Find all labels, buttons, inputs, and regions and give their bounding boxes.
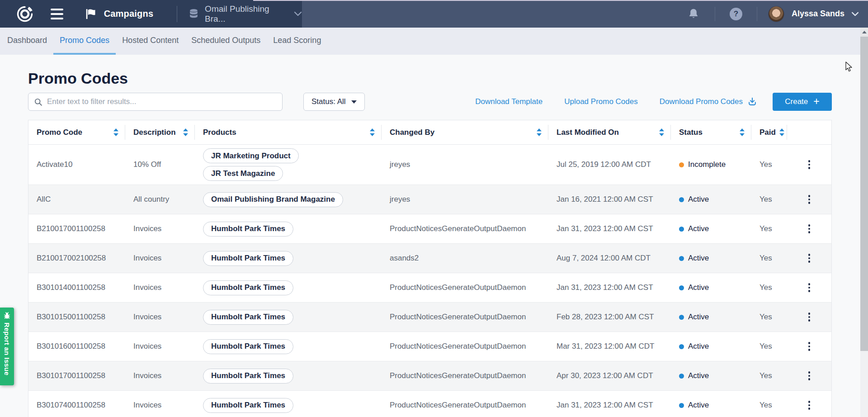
status-dot-icon bbox=[679, 197, 684, 202]
row-actions-kebab-icon[interactable] bbox=[803, 370, 816, 382]
row-actions-kebab-icon[interactable] bbox=[803, 281, 816, 294]
tab-dashboard[interactable]: Dashboard bbox=[1, 28, 53, 55]
status-label: Active bbox=[688, 224, 709, 233]
product-pill: JR Marketing Product bbox=[203, 148, 299, 163]
changed-by-cell: asands2 bbox=[382, 244, 548, 273]
products-cell: Humbolt Park Times bbox=[195, 391, 382, 417]
column-header-status[interactable]: Status bbox=[671, 120, 751, 144]
column-label: Status bbox=[679, 128, 703, 137]
report-an-issue-button[interactable]: Report an Issue bbox=[0, 308, 14, 385]
product-pill: Humbolt Park Times bbox=[203, 280, 293, 295]
column-header-last-modified-on[interactable]: Last Modified On bbox=[548, 120, 671, 144]
row-actions-kebab-icon[interactable] bbox=[803, 252, 816, 265]
description-cell: Invoices bbox=[125, 391, 195, 417]
products-cell: Humbolt Park Times bbox=[195, 332, 382, 361]
status-cell: Active bbox=[671, 185, 751, 214]
status-label: Active bbox=[688, 401, 709, 410]
column-header-changed-by[interactable]: Changed By bbox=[382, 120, 548, 144]
menu-icon[interactable] bbox=[51, 9, 63, 19]
navbar-divider bbox=[177, 6, 177, 22]
description-cell: Invoices bbox=[125, 332, 195, 361]
sort-icon[interactable] bbox=[779, 128, 784, 136]
products-cell: Humbolt Park Times bbox=[195, 244, 382, 273]
products-cell: Humbolt Park Times bbox=[195, 214, 382, 243]
paid-cell: Yes bbox=[751, 361, 787, 390]
column-label: Promo Code bbox=[37, 128, 82, 137]
status-label: Active bbox=[688, 371, 709, 380]
status-dot-icon bbox=[679, 374, 684, 379]
changed-by-cell: jreyes bbox=[382, 185, 548, 214]
table-header: Promo CodeDescriptionProductsChanged ByL… bbox=[28, 120, 831, 145]
table-row: B301015001100258InvoicesHumbolt Park Tim… bbox=[28, 302, 831, 332]
changed-by-cell: jreyes bbox=[382, 145, 548, 185]
table-row: B210017001100258InvoicesHumbolt Park Tim… bbox=[28, 214, 831, 243]
row-actions-kebab-icon[interactable] bbox=[803, 193, 816, 206]
table-row: B301074001100258InvoicesHumbolt Park Tim… bbox=[28, 390, 831, 417]
status-filter-label: Status: All bbox=[311, 97, 346, 106]
paid-cell: Yes bbox=[751, 273, 787, 302]
promo-code-cell: B301014001100258 bbox=[28, 273, 125, 302]
paid-cell: Yes bbox=[751, 244, 787, 273]
sort-icon[interactable] bbox=[740, 128, 745, 136]
promo-code-cell: B210017002100258 bbox=[28, 244, 125, 273]
row-actions-kebab-icon[interactable] bbox=[803, 399, 816, 412]
column-header-description[interactable]: Description bbox=[125, 120, 195, 144]
tab-lead-scoring[interactable]: Lead Scoring bbox=[267, 28, 327, 55]
actions-cell bbox=[787, 391, 831, 417]
column-header-promo-code[interactable]: Promo Code bbox=[28, 120, 125, 144]
tab-promo-codes[interactable]: Promo Codes bbox=[53, 28, 116, 55]
products-cell: Humbolt Park Times bbox=[195, 273, 382, 302]
last-modified-cell: Apr 30, 2023 12:00 AM CDT bbox=[548, 361, 671, 390]
sort-icon[interactable] bbox=[183, 128, 188, 136]
products-cell: Humbolt Park Times bbox=[195, 303, 382, 332]
sort-icon[interactable] bbox=[370, 128, 375, 136]
changed-by-cell: ProductNoticesGenerateOutputDaemon bbox=[382, 273, 548, 302]
notifications-bell-icon[interactable] bbox=[688, 8, 699, 20]
status-dot-icon bbox=[679, 315, 684, 320]
sort-icon[interactable] bbox=[659, 128, 664, 136]
row-actions-kebab-icon[interactable] bbox=[803, 158, 816, 171]
flag-icon bbox=[84, 8, 97, 20]
sort-icon[interactable] bbox=[113, 128, 118, 136]
products-cell: Omail Publishing Brand Magazine bbox=[195, 185, 382, 214]
create-button[interactable]: Create + bbox=[773, 93, 832, 111]
context-selector[interactable]: Omail Publishing Bra... bbox=[205, 4, 280, 24]
sort-icon[interactable] bbox=[537, 128, 542, 136]
row-actions-kebab-icon[interactable] bbox=[803, 340, 816, 353]
product-pill: Omail Publishing Brand Magazine bbox=[203, 192, 343, 207]
context-chevron-down-icon[interactable] bbox=[294, 11, 302, 16]
main-content: Promo Codes Status: All Download Templat… bbox=[0, 55, 868, 417]
user-name[interactable]: Alyssa Sands bbox=[792, 9, 844, 19]
vertical-scrollbar bbox=[860, 28, 868, 417]
status-filter-dropdown[interactable]: Status: All bbox=[303, 93, 365, 111]
last-modified-cell: Jan 31, 2023 12:00 AM CST bbox=[548, 214, 671, 243]
actions-cell bbox=[787, 244, 831, 273]
download-promo-codes-link[interactable]: Download Promo Codes bbox=[660, 97, 757, 107]
column-header-products[interactable]: Products bbox=[195, 120, 382, 144]
user-menu-chevron-down-icon[interactable] bbox=[851, 12, 859, 16]
scroll-up-button[interactable] bbox=[860, 28, 868, 37]
help-icon[interactable]: ? bbox=[730, 8, 742, 20]
download-template-link[interactable]: Download Template bbox=[475, 97, 542, 106]
status-cell: Active bbox=[671, 332, 751, 361]
user-avatar[interactable] bbox=[768, 6, 784, 22]
status-cell: Incomplete bbox=[671, 145, 751, 185]
upload-promo-codes-link[interactable]: Upload Promo Codes bbox=[564, 97, 638, 106]
tab-scheduled-outputs[interactable]: Scheduled Outputs bbox=[185, 28, 267, 55]
promo-code-cell: AllC bbox=[28, 185, 125, 214]
promo-code-cell: Activate10 bbox=[28, 145, 125, 185]
brand-logo-icon[interactable] bbox=[16, 5, 33, 23]
status-label: Active bbox=[688, 283, 709, 292]
row-actions-kebab-icon[interactable] bbox=[803, 311, 816, 323]
row-actions-kebab-icon[interactable] bbox=[803, 223, 816, 235]
search-box bbox=[28, 93, 283, 111]
column-header-paid[interactable]: Paid bbox=[751, 120, 787, 144]
tab-hosted-content[interactable]: Hosted Content bbox=[116, 28, 185, 55]
description-cell: Invoices bbox=[125, 303, 195, 332]
last-modified-cell: Jan 31, 2023 12:00 AM CST bbox=[548, 391, 671, 417]
search-input[interactable] bbox=[47, 97, 277, 106]
scrollbar-thumb[interactable] bbox=[860, 37, 868, 351]
search-icon bbox=[34, 98, 42, 106]
changed-by-cell: ProductNoticesGenerateOutputDaemon bbox=[382, 391, 548, 417]
description-cell: Invoices bbox=[125, 273, 195, 302]
